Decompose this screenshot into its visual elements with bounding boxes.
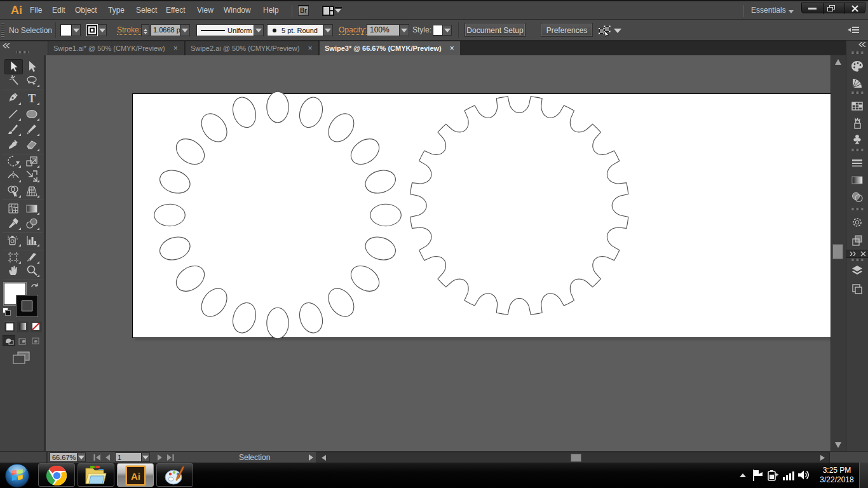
svg-text:T: T <box>28 92 36 105</box>
svg-text:Ai: Ai <box>131 471 140 482</box>
